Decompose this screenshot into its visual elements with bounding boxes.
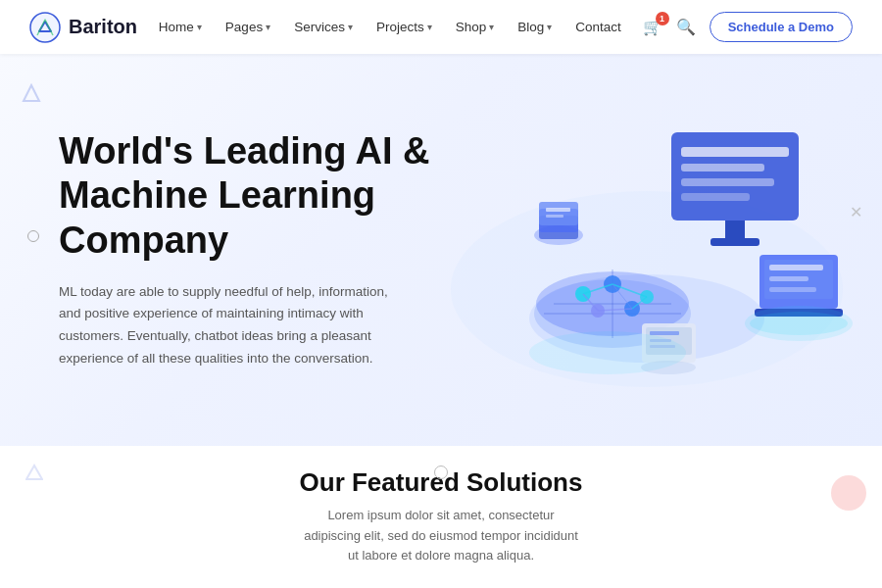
svg-rect-9 [725,220,745,240]
brand-name: Bariton [69,16,137,38]
nav-actions: 🛒 1 🔍 Schedule a Demo [643,12,853,42]
svg-rect-31 [769,287,816,292]
svg-point-46 [745,306,853,341]
triangle-decoration-icon [22,83,41,103]
hero-illustration-svg [436,93,858,407]
cart-icon[interactable]: 🛒 1 [643,18,662,36]
logo-icon [29,12,61,43]
hero-illustration [412,54,882,446]
search-icon[interactable]: 🔍 [676,18,696,36]
chevron-down-icon: ▾ [348,22,353,32]
svg-rect-5 [681,147,789,157]
svg-point-0 [30,13,60,42]
svg-rect-30 [769,276,808,281]
solutions-blob-decoration [831,475,866,511]
nav-home[interactable]: Home ▾ [149,14,212,40]
svg-rect-8 [681,193,750,201]
nav-projects[interactable]: Projects ▾ [367,14,442,40]
svg-marker-48 [26,466,42,479]
nav-blog[interactable]: Blog ▾ [508,14,562,40]
svg-rect-7 [681,178,774,186]
solutions-circle-decoration [434,466,448,479]
solutions-description: Lorem ipsum dolor sit amet, consectetur … [299,506,583,566]
solutions-section: Our Featured Solutions Lorem ipsum dolor… [0,446,882,588]
svg-rect-6 [681,164,764,172]
svg-rect-39 [546,215,564,218]
nav-pages[interactable]: Pages ▾ [216,14,280,40]
chevron-down-icon: ▾ [266,22,270,32]
nav-links: Home ▾ Pages ▾ Services ▾ Projects ▾ Sho… [149,14,631,40]
hero-title: World's Leading AI & Machine Learning Co… [59,129,470,264]
chevron-down-icon: ▾ [427,22,432,32]
hero-content: World's Leading AI & Machine Learning Co… [59,129,470,371]
hero-description: ML today are able to supply needful of h… [59,281,412,371]
svg-rect-4 [671,132,799,220]
navbar: Bariton Home ▾ Pages ▾ Services ▾ Projec… [0,0,882,54]
circle-decoration [27,230,39,242]
svg-rect-37 [539,202,578,225]
chevron-down-icon: ▾ [197,22,202,32]
solutions-triangle-icon [25,464,43,481]
svg-marker-1 [24,85,39,101]
cart-badge: 1 [656,12,669,25]
logo[interactable]: Bariton [29,12,137,43]
chevron-down-icon: ▾ [489,22,494,32]
svg-rect-29 [769,265,823,270]
nav-services[interactable]: Services ▾ [284,14,363,40]
nav-contact[interactable]: Contact [565,14,631,40]
schedule-demo-button[interactable]: Schedule a Demo [710,12,853,42]
nav-shop[interactable]: Shop ▾ [446,14,505,40]
chevron-down-icon: ▾ [547,22,552,32]
svg-point-47 [529,331,686,374]
hero-section: ✕ World's Leading AI & Machine Learning … [0,54,882,446]
svg-rect-42 [650,331,679,335]
svg-rect-38 [546,208,570,212]
svg-rect-10 [710,238,760,246]
